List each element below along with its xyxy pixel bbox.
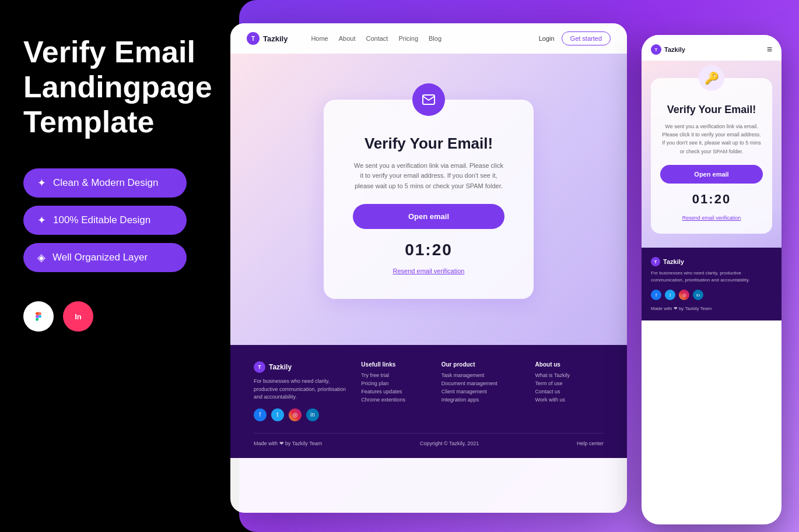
feature-badge-clean: ✦ Clean & Modern Design [23,168,187,198]
footer-bottom-bar: Made with ❤ by Tazkily Team Copyright © … [254,433,604,446]
nav-link-pricing[interactable]: Pricing [398,35,418,42]
mobile-key-icon: 🔑 [699,65,724,91]
footer-product-col: Our product Task management Document man… [441,361,524,421]
desktop-nav-logo: T Tazkily [247,32,288,45]
main-title: Verify Email Landingpage Template [23,35,222,139]
mobile-verify-card: 🔑 Verify Your Email! We sent you a verif… [651,78,772,234]
footer-col-title-product: Our product [441,361,524,368]
mobile-open-email-button[interactable]: Open email [660,165,763,184]
mobile-instagram-icon[interactable]: ◎ [679,290,689,300]
footer-logo-name: Tazkily [269,363,292,371]
footer-link-document[interactable]: Document management [441,380,524,386]
mobile-verify-description: We sent you a verification link via emai… [660,122,763,156]
desktop-navbar: T Tazkily Home About Contact Pricing Blo… [230,23,627,54]
countdown-timer: 01:20 [353,241,504,259]
desktop-logo-text: Tazkily [263,34,288,43]
mobile-countdown-timer: 01:20 [660,192,763,207]
verify-title: Verify Your Email! [353,135,504,153]
mobile-logo: T Tazkily [651,44,685,55]
footer-logo-circle: T [254,361,265,373]
footer-link-contact[interactable]: Contact us [535,389,604,394]
footer-link-features[interactable]: Features updates [361,389,429,394]
mobile-footer: T Tazkily For businesses who need clarit… [642,248,782,320]
footer-link-integration[interactable]: Integration apps [441,397,524,403]
desktop-logo-circle: T [247,32,260,45]
nav-link-blog[interactable]: Blog [429,35,441,42]
footer-copyright: Copyright © Tazkily, 2021 [420,441,479,446]
tool-icons-row: In [23,301,222,332]
desktop-footer: T Tazkily For businesses who need clarit… [230,345,627,458]
facebook-icon[interactable]: f [254,408,267,421]
mobile-footer-logo-name: Tazkily [663,258,684,265]
footer-link-what[interactable]: What is Tazkily [535,372,604,378]
footer-link-work[interactable]: Work with us [535,397,604,403]
mobile-footer-made-with: Made with ❤ by Tazkily Team [651,306,772,311]
nav-link-about[interactable]: About [339,35,356,42]
mobile-footer-description: For businesses who need clarity, product… [651,270,772,284]
desktop-mockup: T Tazkily Home About Contact Pricing Blo… [230,23,627,513]
nav-link-home[interactable]: Home [311,35,328,42]
nav-login-link[interactable]: Login [539,35,555,42]
footer-grid: T Tazkily For businesses who need clarit… [254,361,604,421]
mobile-hamburger-icon[interactable]: ≡ [767,44,772,55]
feature-badge-organized: ◈ Well Organized Layer [23,243,187,272]
open-email-button[interactable]: Open email [353,204,504,229]
desktop-hero-section: Verify Your Email! We sent you a verific… [230,54,627,345]
mobile-verify-title: Verify Your Email! [660,104,763,117]
linkedin-icon[interactable]: in [306,408,319,421]
mobile-resend-link[interactable]: Resend email verification [682,215,741,221]
mobile-footer-logo-circle: T [651,257,660,266]
footer-social-links: f t ◎ in [254,408,349,421]
mobile-logo-circle: T [651,44,661,55]
clean-design-label: Clean & Modern Design [53,177,158,189]
instagram-icon[interactable]: ◎ [289,408,302,421]
resend-email-link[interactable]: Resend email verification [393,267,465,274]
mobile-mockup: T Tazkily ≡ 🔑 Verify Your Email! We sent… [642,35,782,524]
footer-link-chrome[interactable]: Chrome extentions [361,397,429,403]
mobile-hero-section: 🔑 Verify Your Email! We sent you a verif… [642,61,782,248]
mobile-twitter-icon[interactable]: t [665,290,675,300]
desktop-nav-actions: Login Get started [539,31,611,45]
figma-icon [23,301,54,332]
footer-link-client[interactable]: Client management [441,389,524,394]
footer-link-pricing[interactable]: Pricing plan [361,380,429,386]
footer-help-center[interactable]: Help center [577,441,604,446]
organized-layer-label: Well Organized Layer [52,252,148,263]
email-icon-circle [412,83,445,116]
clean-design-icon: ✦ [37,177,46,189]
feature-badges-list: ✦ Clean & Modern Design ✦ 100% Editable … [23,168,222,272]
nav-link-contact[interactable]: Contact [366,35,388,42]
footer-link-trial[interactable]: Try free trial [361,372,429,378]
footer-link-task[interactable]: Task management [441,372,524,378]
verify-email-card: Verify Your Email! We sent you a verific… [324,100,534,300]
organized-layer-icon: ◈ [37,251,45,264]
twitter-icon[interactable]: t [271,408,284,421]
verify-description: We sent you a verification link via emai… [353,161,504,192]
mobile-footer-social: f t ◎ in [651,290,772,300]
footer-useful-links-col: Usefull links Try free trial Pricing pla… [361,361,429,421]
feature-badge-editable: ✦ 100% Editable Design [23,206,187,235]
desktop-nav-links: Home About Contact Pricing Blog [311,35,527,42]
editable-design-icon: ✦ [37,214,46,227]
invision-icon: In [63,301,93,332]
footer-about-col: About us What is Tazkily Term of use Con… [535,361,604,421]
mobile-navbar: T Tazkily ≡ [642,35,782,61]
footer-col-title-about: About us [535,361,604,368]
footer-link-term[interactable]: Term of use [535,380,604,386]
editable-design-label: 100% Editable Design [53,214,150,226]
footer-made-with: Made with ❤ by Tazkily Team [254,441,322,446]
mobile-logo-name: Tazkily [664,46,685,53]
footer-col-title-useful: Usefull links [361,361,429,368]
mobile-facebook-icon[interactable]: f [651,290,661,300]
left-panel: Verify Email Landingpage Template ✦ Clea… [0,0,245,532]
nav-get-started-button[interactable]: Get started [562,31,611,45]
mobile-footer-logo: T Tazkily [651,257,772,266]
footer-brand-description: For businesses who need clarity, product… [254,378,349,401]
mobile-linkedin-icon[interactable]: in [693,290,703,300]
footer-logo: T Tazkily [254,361,349,373]
footer-brand: T Tazkily For businesses who need clarit… [254,361,349,421]
